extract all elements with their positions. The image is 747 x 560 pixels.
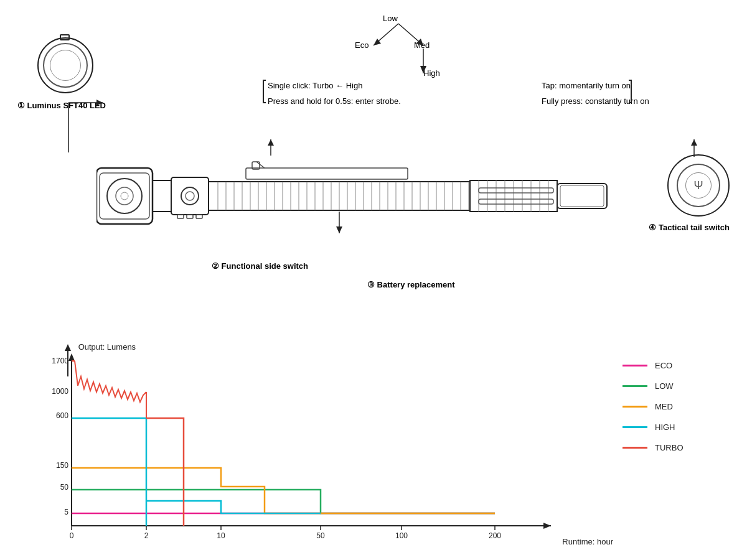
performance-chart: 1700 1000 600 150 50 5 0 2 10 50 100 200	[40, 348, 557, 541]
legend-high-line	[622, 426, 647, 428]
svg-text:2: 2	[144, 531, 149, 540]
legend-turbo-label: TURBO	[655, 443, 684, 452]
legend-low-label: LOW	[655, 381, 674, 391]
func-bracket-left	[263, 80, 266, 103]
legend-med: MED	[622, 402, 722, 411]
led-circle	[37, 37, 93, 93]
label-2: ② Functional side switch	[212, 261, 308, 271]
func-press-hold: Press and hold for 0.5s: enter strobe.	[268, 96, 401, 106]
tail-inner2	[685, 172, 712, 198]
svg-text:200: 200	[489, 531, 501, 540]
svg-marker-72	[336, 226, 342, 233]
svg-marker-77	[268, 139, 274, 146]
legend-low: LOW	[622, 381, 722, 391]
x-axis-label: Runtime: hour	[562, 537, 613, 546]
svg-text:1000: 1000	[52, 387, 68, 396]
tac-tap: Tap: momentarily turn on	[542, 81, 631, 90]
legend-turbo-line	[622, 447, 647, 449]
svg-text:50: 50	[316, 531, 325, 540]
svg-text:5: 5	[64, 508, 68, 516]
label-4: ④ Tactical tail switch	[649, 223, 730, 232]
arrow-switch	[261, 138, 280, 157]
label-3: ③ Battery replacement	[367, 280, 455, 289]
svg-rect-66	[479, 199, 553, 204]
svg-line-54	[256, 162, 265, 168]
flashlight-diagram	[96, 149, 657, 249]
svg-text:10: 10	[217, 531, 225, 540]
svg-text:0: 0	[70, 531, 74, 540]
svg-text:50: 50	[60, 483, 69, 492]
svg-rect-13	[171, 177, 209, 215]
svg-text:100: 100	[395, 531, 408, 540]
svg-rect-67	[557, 184, 607, 208]
svg-rect-12	[153, 180, 171, 212]
legend-med-line	[622, 406, 647, 408]
svg-rect-7	[96, 168, 153, 224]
chart-section: Output: Lumens 1700 1000 600 150 50 5 0 …	[0, 324, 747, 560]
func-single-click: Single click: Turbo ← High	[268, 81, 362, 90]
svg-point-11	[121, 192, 128, 200]
svg-point-15	[186, 192, 194, 200]
legend-med-label: MED	[655, 402, 673, 411]
svg-marker-3	[420, 66, 426, 73]
svg-marker-75	[96, 100, 103, 106]
svg-marker-79	[691, 139, 697, 146]
svg-rect-68	[560, 185, 604, 207]
legend-low-line	[622, 385, 647, 387]
diagram-section: ① Luminus SFT40 LED Low Eco Med High Sin…	[0, 0, 747, 311]
arrow-led	[62, 96, 109, 159]
svg-marker-84	[543, 523, 551, 529]
svg-text:1700: 1700	[52, 357, 68, 365]
svg-point-10	[116, 187, 133, 205]
legend-high-label: HIGH	[655, 422, 675, 432]
legend-eco: ECO	[622, 361, 722, 370]
legend-turbo: TURBO	[622, 443, 722, 452]
svg-point-9	[107, 179, 142, 213]
legend-eco-line	[622, 365, 647, 366]
svg-marker-85	[68, 353, 75, 361]
tail-inner	[677, 164, 720, 207]
tail-switch-circle	[667, 154, 730, 217]
svg-rect-52	[246, 168, 408, 179]
tac-press: Fully press: constantly turn on	[542, 96, 649, 106]
led-inner-ring	[43, 43, 88, 88]
svg-text:150: 150	[56, 461, 68, 470]
legend-high: HIGH	[622, 422, 722, 432]
svg-text:600: 600	[56, 411, 68, 420]
chart-legend: ECO LOW MED HIGH TURBO	[622, 361, 722, 464]
tac-bracket	[629, 80, 632, 103]
svg-point-14	[181, 187, 199, 205]
svg-rect-65	[479, 188, 553, 193]
arrow-tail	[685, 138, 703, 160]
legend-eco-label: ECO	[655, 361, 672, 370]
